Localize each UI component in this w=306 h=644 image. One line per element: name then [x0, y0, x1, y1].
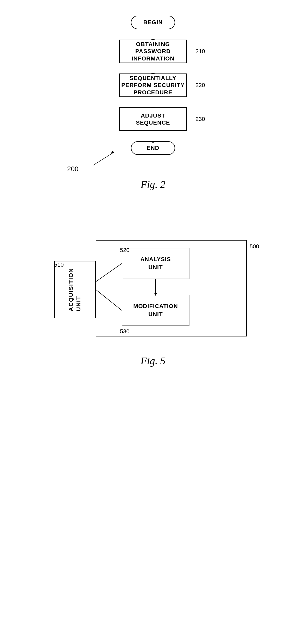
arrow-1 — [153, 29, 153, 40]
fig5-caption-wrapper: Fig. 5 — [141, 355, 165, 367]
step-230-shape: ADJUSTSEQUENCE — [119, 107, 187, 131]
ref-510-label: 510 — [54, 261, 64, 268]
step-230-wrapper: ADJUSTSEQUENCE 230 — [119, 107, 187, 131]
arrow-4 — [153, 131, 153, 141]
page-container: BEGIN OBTAININGPASSWORDINFORMATION 210 S… — [0, 0, 306, 644]
arrow-2 — [153, 63, 153, 73]
flowchart-fig2: BEGIN OBTAININGPASSWORDINFORMATION 210 S… — [119, 16, 187, 155]
system-diagram-fig5: 500 ACQUISITIONUNIT 510 ANALYSISUNIT 520… — [54, 237, 252, 342]
begin-label: BEGIN — [143, 19, 163, 26]
step-210-shape: OBTAININGPASSWORDINFORMATION — [119, 40, 187, 63]
ref-530-label: 530 — [120, 328, 130, 335]
box-530: MODIFICATIONUNIT — [122, 295, 189, 326]
fig5-caption: Fig. 5 — [141, 355, 165, 367]
fig2-caption-wrapper: Fig. 2 — [141, 178, 165, 191]
modification-unit-label: MODIFICATIONUNIT — [133, 302, 178, 318]
step-220-shape: SEQUENTIALLYPERFORM SECURITYPROCEDURE — [119, 73, 187, 97]
fig5-section: 500 ACQUISITIONUNIT 510 ANALYSISUNIT 520… — [0, 222, 306, 383]
begin-shape: BEGIN — [131, 16, 175, 29]
step-210-wrapper: OBTAININGPASSWORDINFORMATION 210 — [119, 40, 187, 63]
ref-520-label: 520 — [120, 247, 130, 254]
analysis-unit-label: ANALYSISUNIT — [140, 255, 171, 272]
end-label: END — [146, 144, 159, 152]
step-230-ref: 230 — [195, 116, 205, 122]
step-210-label: OBTAININGPASSWORDINFORMATION — [132, 41, 175, 62]
step-210-ref: 210 — [195, 48, 205, 55]
fig2-caption: Fig. 2 — [141, 179, 165, 190]
svg-line-0 — [93, 152, 114, 165]
ref-200-label: 200 — [67, 165, 78, 173]
acquisition-unit-label: ACQUISITIONUNIT — [67, 268, 82, 311]
ref-500-label: 500 — [250, 243, 259, 250]
box-520: ANALYSISUNIT — [122, 248, 189, 279]
step-220-label: SEQUENTIALLYPERFORM SECURITYPROCEDURE — [121, 75, 184, 96]
ref-200-arrow — [78, 147, 130, 168]
box-510: ACQUISITIONUNIT — [54, 261, 96, 318]
step-220-ref: 220 — [195, 82, 205, 89]
step-230-label: ADJUSTSEQUENCE — [136, 112, 170, 126]
arrow-3 — [153, 97, 153, 107]
fig2-section: BEGIN OBTAININGPASSWORDINFORMATION 210 S… — [0, 0, 306, 201]
step-220-wrapper: SEQUENTIALLYPERFORM SECURITYPROCEDURE 22… — [119, 73, 187, 97]
